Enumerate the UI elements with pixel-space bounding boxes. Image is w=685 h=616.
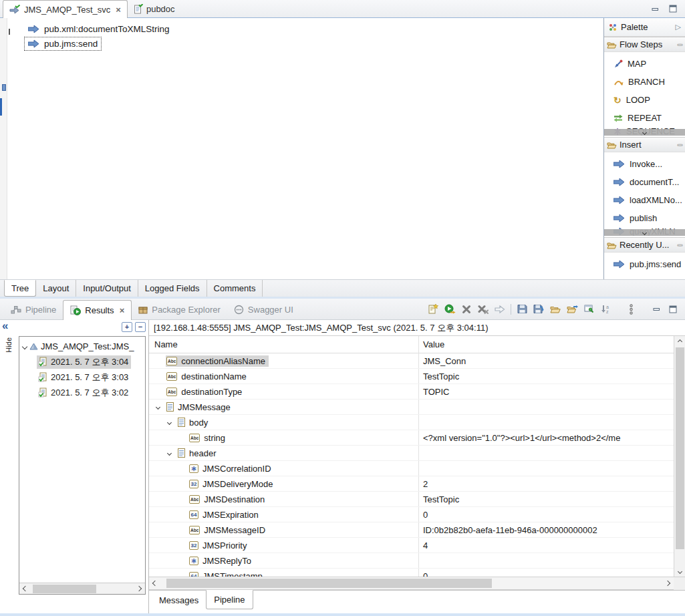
pipeline-row-connectionaliasname[interactable]: AbcconnectionAliasNameJMS_Conn xyxy=(149,353,674,369)
new-results-icon[interactable] xyxy=(427,303,439,315)
view-tab-swagger-ui[interactable]: Swagger UI xyxy=(227,299,300,319)
vertical-scroll-thumb[interactable] xyxy=(676,347,684,549)
pipeline-row-jmsmessage[interactable]: JMSMessage xyxy=(149,400,674,415)
tree-horizontal-scrollbar[interactable] xyxy=(19,583,145,594)
palette-header[interactable]: Palette ▷ xyxy=(604,18,685,37)
field-name: JMSPriority xyxy=(202,541,247,551)
hide-label[interactable]: Hide xyxy=(5,337,13,353)
pipeline-row-string[interactable]: Abcstring<?xml version="1.0"?><url>1</ur… xyxy=(149,430,674,446)
pipeline-row-jmspriority[interactable]: 32JMSPriority4 xyxy=(149,538,674,553)
column-header-value[interactable]: Value xyxy=(418,339,674,349)
flow-step-pub-jms-send[interactable]: pub.jms:send xyxy=(24,37,102,51)
pipeline-row-jmsdestination[interactable]: AbcJMSDestinationTestTopic xyxy=(149,492,674,507)
pipeline-row-destinationname[interactable]: AbcdestinationNameTestTopic xyxy=(149,369,674,384)
pipeline-row-jmsdeliverymode[interactable]: 32JMSDeliveryMode2 xyxy=(149,476,674,492)
pipeline-row-jmstimestamp[interactable]: 64JMSTimestamp0 xyxy=(149,569,674,577)
pipeline-row-jmsreplyto[interactable]: ∗JMSReplyTo xyxy=(149,553,674,569)
palette-icon xyxy=(608,23,618,32)
horizontal-scrollbar[interactable] xyxy=(149,577,674,590)
editor-tab-jms-amqp-test-svc[interactable]: JMS_AMQP_Test_svc× xyxy=(3,0,128,18)
open-icon[interactable] xyxy=(549,303,561,315)
resume-icon[interactable] xyxy=(444,303,456,315)
chevron-down-icon xyxy=(155,404,160,409)
expand-all-icon[interactable]: + xyxy=(122,322,132,332)
palette-item-publish[interactable]: publish xyxy=(604,209,685,227)
pipeline-row-header[interactable]: header xyxy=(149,446,674,461)
scroll-right-arrow[interactable] xyxy=(662,577,674,589)
tree-root-item[interactable]: JMS_AMQP_Test:JMS_ xyxy=(19,339,145,354)
result-entry-1[interactable]: 2021. 5. 7 오후 3:04 xyxy=(19,354,145,369)
pin-icon[interactable]: «» xyxy=(677,41,682,48)
palette-section-insert[interactable]: Insert«» xyxy=(604,137,685,152)
sort-icon[interactable]: az xyxy=(599,303,611,315)
scroll-down-arrow[interactable] xyxy=(674,566,685,577)
view-tab-results[interactable]: Results× xyxy=(63,300,132,320)
palette-item-loop[interactable]: ↻LOOP xyxy=(604,91,685,109)
editor-tab-pubdoc[interactable]: pubdoc xyxy=(128,0,181,17)
palette-item-sequence[interactable]: SEQUENCE xyxy=(604,127,685,136)
scroll-down-indicator[interactable] xyxy=(604,129,685,136)
minimize-icon[interactable] xyxy=(650,303,662,315)
flow-step-pub-xml-documenttoxmlstring[interactable]: pub.xml:documentToXMLString xyxy=(24,22,174,36)
close-tab-icon[interactable]: × xyxy=(116,5,121,14)
flow-editor-canvas[interactable]: pub.xml:documentToXMLStringpub.jms:send xyxy=(0,18,603,279)
editor-view-tab-logged-fields[interactable]: Logged Fields xyxy=(138,280,207,297)
view-tab-pipeline[interactable]: Pipeline xyxy=(4,299,63,319)
palette-item-repeat[interactable]: REPEAT xyxy=(604,109,685,127)
scroll-right-arrow[interactable] xyxy=(133,583,145,594)
collapse-palette-icon[interactable]: ▷ xyxy=(676,23,681,31)
pin-icon[interactable]: «» xyxy=(677,142,682,148)
column-header-name[interactable]: Name xyxy=(149,339,418,349)
scroll-up-arrow[interactable] xyxy=(674,336,685,347)
pipeline-row-jmscorrelationid[interactable]: ∗JMSCorrelationID xyxy=(149,461,674,476)
maximize-icon[interactable] xyxy=(667,303,679,315)
editor-view-tab-comments[interactable]: Comments xyxy=(207,280,263,297)
pipeline-row-jmsexpiration[interactable]: 64JMSExpiration0 xyxy=(149,507,674,522)
editor-view-tab-layout[interactable]: Layout xyxy=(36,280,76,297)
palette-section-flow-steps[interactable]: Flow Steps«» xyxy=(604,37,685,52)
palette-item-loadxmlno[interactable]: loadXMLNo... xyxy=(604,191,685,209)
pipeline-row-jmsmessageid[interactable]: AbcJMSMessageIDID:0b2b82b0-aefa-11eb-946… xyxy=(149,522,674,538)
detail-tab-messages[interactable]: Messages xyxy=(152,591,206,610)
flow-editor-region: JMS_AMQP_Test_svc×pubdoc pub.xml:documen… xyxy=(0,0,685,299)
delete-icon[interactable] xyxy=(460,303,472,315)
step-icon[interactable] xyxy=(494,303,506,315)
view-tab-package-explorer[interactable]: Package Explorer xyxy=(132,299,227,319)
value-cell: TestTopic xyxy=(418,371,674,381)
pin-icon[interactable] xyxy=(583,303,595,315)
horizontal-scroll-thumb[interactable] xyxy=(166,579,492,588)
palette-item-invoke[interactable]: Invoke... xyxy=(604,155,685,173)
pipeline-row-destinationtype[interactable]: AbcdestinationTypeTOPIC xyxy=(149,384,674,400)
pipeline-row-body[interactable]: body xyxy=(149,415,674,430)
scroll-down-indicator[interactable] xyxy=(604,229,685,236)
palette-item-map[interactable]: MAP xyxy=(604,55,685,73)
scroll-left-arrow[interactable] xyxy=(19,583,31,594)
palette-item-documentt[interactable]: documentT... xyxy=(604,173,685,191)
minimize-icon[interactable] xyxy=(649,3,661,15)
delete-all-icon[interactable] xyxy=(477,303,489,315)
export-icon[interactable] xyxy=(566,303,578,315)
result-entry-2[interactable]: 2021. 5. 7 오후 3:03 xyxy=(19,369,145,385)
detail-tab-pipeline[interactable]: Pipeline xyxy=(206,590,253,609)
close-tab-icon[interactable]: × xyxy=(120,306,125,315)
collapse-panel-icon[interactable]: « xyxy=(0,320,17,332)
save-icon[interactable] xyxy=(516,303,528,315)
save-as-icon[interactable] xyxy=(533,303,545,315)
palette-section-recently-u[interactable]: Recently U...«» xyxy=(604,237,685,253)
collapse-all-icon[interactable]: − xyxy=(135,322,146,332)
maximize-icon[interactable] xyxy=(667,3,679,15)
palette-item-queryxmln[interactable]: queryXMLN xyxy=(604,227,685,236)
vertical-scrollbar[interactable] xyxy=(674,336,685,577)
editor-view-tab-input-output[interactable]: Input/Output xyxy=(76,280,138,297)
value-cell: 0 xyxy=(418,571,674,577)
pin-icon[interactable]: «» xyxy=(677,242,682,249)
editor-view-tab-tree[interactable]: Tree xyxy=(4,280,36,297)
chevron-right-icon xyxy=(665,581,670,586)
tree-scroll-thumb[interactable] xyxy=(33,585,96,593)
palette-item-branch[interactable]: BRANCH xyxy=(604,73,685,91)
menu-icon[interactable] xyxy=(625,303,637,315)
palette-item-pub-jms-send[interactable]: pub.jms:send xyxy=(604,255,685,273)
result-entry-3[interactable]: 2021. 5. 7 오후 3:02 xyxy=(19,385,145,400)
field-name: body xyxy=(189,418,208,428)
scroll-left-arrow[interactable] xyxy=(149,577,161,589)
